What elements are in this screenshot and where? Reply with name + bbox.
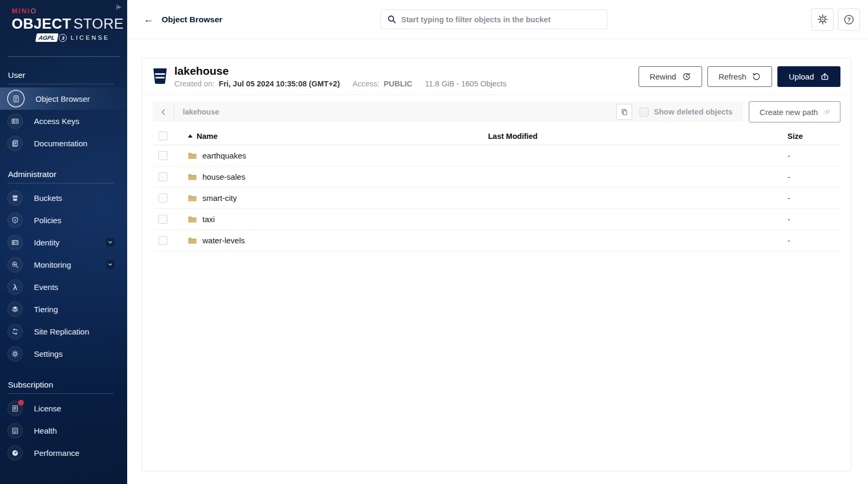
sidebar-section: AdministratorBucketsPoliciesIdentityMoni… [0,170,127,365]
identity-icon [8,235,22,250]
sidebar-item-label: Health [34,426,57,435]
row-checkbox-cell [153,193,177,203]
folder-icon [188,152,197,160]
table-row[interactable]: smart-city- [153,188,840,209]
collapse-sidebar-icon[interactable] [114,3,122,11]
copy-path-button[interactable] [616,104,632,120]
license-word: LICENSE [70,34,110,41]
divider [7,393,114,394]
sidebar-sections: UserObject BrowserAccess KeysDocumentati… [0,71,127,464]
settings-button[interactable] [811,8,834,31]
brand-minio-o: O [30,7,37,15]
events-icon: λ [8,280,22,294]
refresh-button[interactable]: Refresh [707,66,773,87]
path-back-button[interactable] [153,102,174,122]
object-table: Name Last Modified Size earthquakes-hous… [153,127,840,471]
sidebar-item-label: Object Browser [36,94,90,103]
sidebar-section: SubscriptionLicenseHealthPerformance [0,380,127,464]
notification-dot [18,400,24,406]
sidebar-item-object-browser[interactable]: Object Browser [0,87,127,110]
table-row[interactable]: earthquakes- [153,145,840,166]
license-icon [8,401,22,416]
performance-icon [8,446,22,460]
folder-icon [188,173,197,181]
column-header-name[interactable]: Name [177,132,488,140]
chevron-down-icon[interactable] [106,260,114,269]
access-label: Access: [352,80,379,88]
column-header-size[interactable]: Size [777,132,840,140]
upload-button[interactable]: Upload [777,66,840,87]
sidebar-item-label: Identity [34,238,59,247]
row-checkbox[interactable] [158,172,167,181]
divider [7,84,114,84]
sidebar-item-identity[interactable]: Identity [0,231,127,253]
access-keys-icon [8,114,22,128]
sidebar-item-events[interactable]: λEvents [0,276,127,298]
object-name-cell[interactable]: house-sales [177,172,488,181]
sidebar-item-documentation[interactable]: Documentation [0,132,127,154]
object-name-cell[interactable]: taxi [177,215,488,224]
sidebar-item-label: Settings [34,349,63,358]
sidebar-item-label: Policies [34,216,61,225]
rewind-button[interactable]: Rewind [639,66,702,87]
buckets-icon [8,191,22,205]
object-browser-icon [8,91,24,107]
table-row[interactable]: taxi- [153,209,840,230]
rewind-icon [682,72,691,81]
back-arrow-icon[interactable]: ← [144,14,154,24]
table-row[interactable]: house-sales- [153,166,840,188]
show-deleted-toggle[interactable]: Show deleted objects [640,108,732,117]
create-new-path-button[interactable]: Create new path :// [749,101,840,122]
object-name-cell[interactable]: water-levels [177,236,488,245]
health-icon [8,424,22,438]
sort-ascending-icon [188,134,193,138]
divider [7,56,120,57]
row-checkbox[interactable] [158,193,167,203]
sidebar-item-policies[interactable]: Policies [0,209,127,231]
column-header-last-modified[interactable]: Last Modified [488,132,777,140]
object-size: - [777,215,840,224]
sidebar-section: UserObject BrowserAccess KeysDocumentati… [0,71,127,154]
bucket-header: lakehouse Created on: Fri, Jul 05 2024 1… [142,58,851,95]
sidebar-item-settings[interactable]: Settings [0,342,127,365]
select-all-checkbox[interactable] [158,131,167,140]
chevron-left-icon [160,108,167,116]
sidebar-item-label: Events [34,283,58,292]
object-name-cell[interactable]: earthquakes [177,151,488,160]
sidebar-item-monitoring[interactable]: Monitoring [0,253,127,276]
policies-icon [8,213,22,227]
sidebar-item-label: Performance [34,448,79,457]
upload-icon [820,72,829,81]
object-name-cell[interactable]: smart-city [177,193,488,203]
object-name: taxi [202,215,215,224]
content-area: lakehouse Created on: Fri, Jul 05 2024 1… [127,39,868,484]
chevron-down-icon[interactable] [106,238,114,247]
sidebar-item-buckets[interactable]: Buckets [0,187,127,209]
sidebar-item-tiering[interactable]: Tiering [0,298,127,320]
object-size: - [777,151,840,160]
path-bar: lakehouse Show deleted objects [153,101,840,122]
folder-icon [188,237,197,244]
object-size: - [777,193,840,203]
object-table-body: earthquakes-house-sales-smart-city-taxi-… [153,145,840,251]
search-icon [387,15,396,24]
sidebar-item-label: License [34,404,61,413]
table-row[interactable]: water-levels- [153,230,840,251]
sidebar-item-access-keys[interactable]: Access Keys [0,110,127,132]
bucket-name: lakehouse [174,65,507,77]
object-name: house-sales [202,172,245,181]
sidebar-item-site-replication[interactable]: Site Replication [0,320,127,342]
folder-icon [188,216,197,223]
help-button[interactable]: ? [838,8,860,31]
row-checkbox[interactable] [158,151,167,160]
current-path: lakehouse [183,108,616,116]
sidebar-item-health[interactable]: Health [0,419,127,442]
sidebar-item-license[interactable]: License [0,397,127,419]
row-checkbox[interactable] [158,236,167,245]
row-checkbox[interactable] [158,215,167,224]
access-value: PUBLIC [384,80,412,88]
sidebar-item-performance[interactable]: Performance [0,442,127,464]
show-deleted-checkbox[interactable] [640,108,649,117]
agpl-badge: AGPL [35,33,58,42]
search-input[interactable] [380,10,607,29]
